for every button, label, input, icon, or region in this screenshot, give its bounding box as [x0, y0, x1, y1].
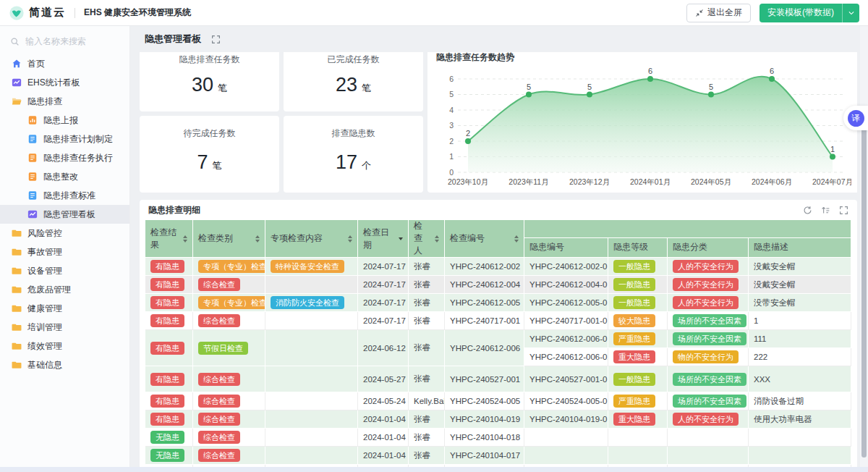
doc-lines-icon	[27, 134, 38, 144]
cell-hazard-no	[524, 429, 608, 447]
cell-hazard-desc: 没带安全帽	[749, 294, 851, 312]
stat-label: 隐患排查任务数	[179, 54, 240, 66]
sidebar-item[interactable]: 隐患排查任务执行	[0, 148, 129, 167]
sidebar-item[interactable]: 隐患整改	[0, 167, 129, 186]
horizontal-scrollbar[interactable]	[0, 467, 868, 472]
cell-hazard-level: 一般隐患	[608, 294, 668, 312]
col-header[interactable]: 检查人	[409, 220, 445, 258]
status-badge: 有隐患	[150, 278, 184, 291]
cell-inspector: 张睿	[409, 294, 445, 312]
stat-card: 排查隐患数17个	[284, 116, 423, 193]
refresh-icon[interactable]	[803, 206, 812, 215]
cell-check-category: 专项（专业）检查	[193, 294, 265, 312]
col-header[interactable]: 检查结果	[145, 220, 193, 258]
page-title: 隐患管理看板	[145, 33, 201, 46]
cell-hazard-level: 较大隐患	[608, 312, 668, 330]
folder-icon	[12, 303, 22, 313]
divider	[75, 8, 75, 18]
sort-carets-icon[interactable]	[348, 235, 352, 243]
sidebar-item-label: EHS统计看板	[27, 77, 80, 89]
table-row: 无隐患综合检查2024-01-04张睿YHPC-240104-018	[145, 429, 851, 447]
sort-carets-icon[interactable]	[399, 237, 403, 240]
cell-hazard-level: 一般隐患	[608, 258, 668, 276]
col-header[interactable]: 检查类别	[193, 220, 265, 258]
table-row: 有隐患节假日检查2024-06-12张睿YHPC-240612-006YHPC-…	[145, 330, 851, 348]
col-header-label: 检查日期	[363, 227, 394, 251]
status-badge: 综合检查	[198, 278, 240, 291]
search-input[interactable]	[24, 35, 116, 47]
status-badge: 场所的不安全因素	[673, 373, 746, 386]
sidebar-item-label: 设备管理	[27, 265, 62, 277]
sort-carets-icon[interactable]	[435, 235, 439, 243]
svg-text:2: 2	[449, 137, 454, 146]
cell-hazard-level: 一般隐患	[608, 366, 668, 392]
sidebar-item[interactable]: 事故管理	[0, 243, 129, 261]
chevron-down-icon[interactable]	[842, 4, 859, 22]
sidebar-item[interactable]: 隐患管理看板	[0, 205, 129, 224]
sidebar-item[interactable]: 培训管理	[0, 318, 129, 337]
detail-table-card: 隐患排查明细 检查结果检查类别专项检查内容检查日期检查人检查编号隐患编号隐患等级…	[140, 200, 857, 472]
col-header[interactable]: 专项检查内容	[265, 220, 358, 258]
cell-check-no: YHPC-240524-005	[445, 392, 524, 410]
status-badge: 一般隐患	[613, 296, 655, 309]
vertical-scrollbar-thumb[interactable]	[861, 106, 867, 458]
dashboard-fullscreen-icon[interactable]	[211, 35, 221, 44]
col-header[interactable]: 隐患分类	[668, 238, 749, 258]
svg-text:1: 1	[449, 152, 454, 161]
status-badge: 一般隐患	[613, 260, 655, 273]
col-header[interactable]: 检查日期	[358, 220, 409, 258]
col-header[interactable]: 隐患等级	[608, 238, 668, 258]
translate-float-button[interactable]: 译	[843, 106, 868, 130]
sidebar-item[interactable]: 健康管理	[0, 299, 129, 318]
sidebar-item[interactable]: 风险管控	[0, 224, 129, 243]
sidebar-item[interactable]: 绩效管理	[0, 337, 129, 355]
sidebar-item[interactable]: 危废品管理	[0, 280, 129, 299]
sidebar-item[interactable]: 隐患排查标准	[0, 186, 129, 205]
sort-carets-icon[interactable]	[514, 235, 519, 243]
status-badge: 特种设备安全检查	[271, 260, 344, 273]
stat-value-row: 23笔	[336, 66, 371, 111]
status-badge: 一般隐患	[613, 373, 655, 386]
status-badge: 节假日检查	[198, 342, 248, 355]
cell-check-category: 综合检查	[193, 392, 265, 410]
cell-inspector: 张睿	[409, 366, 445, 392]
sort-carets-icon[interactable]	[255, 235, 260, 243]
col-header[interactable]: 检查编号	[445, 220, 524, 258]
cell-hazard-class: 人的不安全行为	[668, 258, 749, 276]
cell-check-category: 专项（专业）检查	[193, 258, 265, 276]
exit-fullscreen-button[interactable]: 退出全屏	[686, 4, 751, 22]
sidebar-item[interactable]: 基础信息	[0, 355, 129, 374]
cell-check-category: 综合检查	[193, 429, 265, 447]
stat-value: 7	[197, 151, 208, 174]
status-badge: 重大隐患	[613, 350, 655, 363]
cell-hazard-class	[668, 447, 749, 465]
cell-check-result: 有隐患	[145, 366, 193, 392]
cell-check-date: 2024-07-17	[358, 258, 409, 276]
cell-check-date: 2024-01-04	[358, 429, 409, 447]
cell-special-content	[265, 330, 358, 366]
sort-settings-icon[interactable]	[821, 206, 830, 215]
folder-icon	[12, 360, 22, 370]
status-badge: 较大隐患	[613, 314, 655, 327]
svg-text:6: 6	[770, 67, 774, 75]
sort-carets-icon[interactable]	[183, 235, 187, 243]
sidebar-item-label: 风险管控	[27, 227, 62, 240]
table-fullscreen-icon[interactable]	[839, 206, 848, 215]
sidebar-item[interactable]: 隐患排查	[0, 92, 129, 111]
install-template-button[interactable]: 安装模板(带数据)	[760, 4, 859, 22]
col-header[interactable]: 隐患编号	[524, 238, 608, 258]
cell-check-category: 综合检查	[193, 276, 265, 294]
cell-check-date: 2024-05-24	[358, 392, 409, 410]
status-badge: 消防防火安全检查	[271, 296, 344, 309]
sidebar-item[interactable]: 首页	[0, 54, 129, 73]
cell-hazard-desc: 111	[749, 330, 851, 348]
sidebar-item[interactable]: 设备管理	[0, 261, 129, 280]
sidebar-item[interactable]: 隐患上报	[0, 111, 129, 130]
chart-title: 隐患排查任务数趋势	[436, 52, 851, 64]
col-header[interactable]: 隐患描述	[749, 238, 851, 258]
sidebar-item[interactable]: EHS统计看板	[0, 73, 129, 92]
sidebar-item-label: 隐患排查标准	[43, 190, 95, 202]
stat-unit: 笔	[213, 153, 222, 172]
sidebar-item-label: 隐患整改	[43, 171, 78, 183]
sidebar-item[interactable]: 隐患排查计划制定	[0, 130, 129, 148]
